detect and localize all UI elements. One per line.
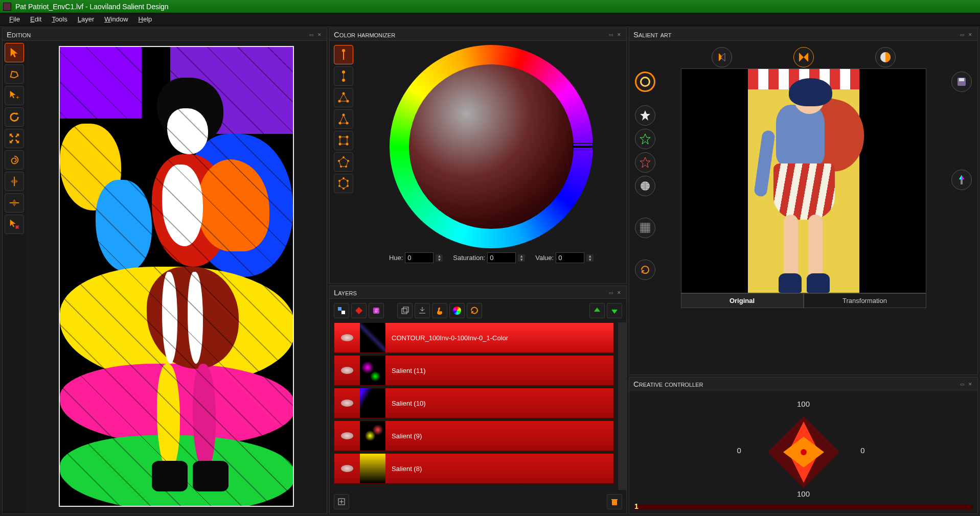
menu-file[interactable]: File xyxy=(4,14,25,25)
salient-mode-grid[interactable] xyxy=(635,218,655,238)
layer-row[interactable]: Salient (9) xyxy=(334,420,614,451)
layer-visibility-icon[interactable] xyxy=(334,432,360,439)
creative-slider-value[interactable]: 1 xyxy=(634,502,639,510)
layer-thumbnail xyxy=(360,323,385,353)
svg-point-26 xyxy=(338,180,340,182)
salient-refresh[interactable] xyxy=(635,260,655,280)
salient-top-1[interactable] xyxy=(712,47,732,67)
tool-rotate[interactable] xyxy=(5,107,24,127)
layers-btn-refresh[interactable] xyxy=(467,303,482,318)
menu-layer[interactable]: Layer xyxy=(73,14,100,25)
menu-window[interactable]: Window xyxy=(99,14,133,25)
hue-input[interactable] xyxy=(405,252,434,263)
scheme-split[interactable] xyxy=(334,109,353,129)
layers-move-down[interactable] xyxy=(607,303,622,318)
svg-point-23 xyxy=(347,185,349,187)
menubar: File Edit Tools Layer Window Help xyxy=(0,13,980,26)
tool-scale[interactable] xyxy=(5,129,24,148)
tab-original[interactable]: Original xyxy=(681,293,804,308)
tool-move[interactable] xyxy=(5,86,24,105)
svg-rect-31 xyxy=(402,309,407,314)
layer-visibility-icon[interactable] xyxy=(334,334,360,341)
value-label: Value: xyxy=(535,254,554,262)
svg-point-16 xyxy=(343,156,345,158)
layers-btn-1[interactable] xyxy=(334,303,349,318)
panel-controls[interactable]: ▭ ✕ xyxy=(960,382,973,387)
layers-btn-flame[interactable] xyxy=(432,303,447,318)
layers-btn-duplicate[interactable] xyxy=(397,303,413,318)
scheme-pentagon[interactable] xyxy=(334,152,353,172)
layers-btn-2[interactable] xyxy=(351,303,367,318)
salient-mode-star3[interactable] xyxy=(635,152,655,173)
panel-controls[interactable]: ▭ ✕ xyxy=(609,32,622,37)
svg-point-42 xyxy=(801,449,807,455)
layer-visibility-icon[interactable] xyxy=(334,367,360,374)
tool-flip-h[interactable] xyxy=(5,172,24,191)
svg-point-25 xyxy=(338,185,340,187)
layers-scrollbar[interactable] xyxy=(618,322,626,490)
salient-top-2[interactable] xyxy=(793,47,814,67)
tool-swirl[interactable] xyxy=(5,150,24,170)
saturation-input[interactable] xyxy=(487,252,516,263)
svg-point-20 xyxy=(338,160,340,162)
salient-mode-globe[interactable] xyxy=(635,176,655,196)
menu-tools[interactable]: Tools xyxy=(47,14,72,25)
salient-mode-star2[interactable] xyxy=(635,129,655,149)
scheme-square[interactable] xyxy=(334,131,353,150)
scheme-mono[interactable] xyxy=(334,45,353,64)
layer-thumbnail xyxy=(360,356,385,385)
tool-pointer[interactable] xyxy=(5,43,24,62)
layer-visibility-icon[interactable] xyxy=(334,400,360,407)
panel-controls[interactable]: ▭ ✕ xyxy=(960,32,973,37)
svg-point-18 xyxy=(345,166,347,168)
value-input[interactable] xyxy=(556,252,584,263)
svg-point-17 xyxy=(347,160,349,162)
creative-slider[interactable]: 1 xyxy=(634,504,972,509)
svg-rect-35 xyxy=(611,499,618,500)
layers-add[interactable] xyxy=(334,494,349,509)
layers-btn-3[interactable]: # xyxy=(369,303,384,318)
layer-row[interactable]: CONTOUR_100Inv-0-100Inv-0_1-Color xyxy=(334,322,614,353)
salient-top-3[interactable] xyxy=(875,47,896,67)
color-wheel[interactable] xyxy=(390,45,593,248)
tool-flip-v[interactable] xyxy=(5,193,24,213)
saturation-label: Saturation: xyxy=(453,254,485,262)
tool-pointer-delete[interactable] xyxy=(5,215,24,234)
salient-mode-star[interactable] xyxy=(635,105,655,126)
layers-move-up[interactable] xyxy=(589,303,605,318)
scheme-triadic[interactable] xyxy=(334,88,353,107)
panel-controls[interactable]: ▭ ✕ xyxy=(609,290,622,295)
layer-row[interactable]: Salient (8) xyxy=(334,453,614,484)
menu-edit[interactable]: Edit xyxy=(25,14,47,25)
panel-controls[interactable]: ▭ ✕ xyxy=(309,32,323,37)
window-title: Pat Patriot_EnvC1.lvf - Laoviland Salien… xyxy=(15,3,169,11)
svg-point-0 xyxy=(342,49,345,52)
creative-diamond[interactable] xyxy=(758,406,850,498)
app-icon xyxy=(3,3,11,11)
layers-btn-merge[interactable] xyxy=(415,303,430,318)
tool-polygon[interactable] xyxy=(5,64,24,84)
menu-help[interactable]: Help xyxy=(133,14,157,25)
hue-spinner[interactable]: ▲▼ xyxy=(436,254,443,262)
scheme-complementary[interactable] xyxy=(334,66,353,86)
layer-row[interactable]: Salient (10) xyxy=(334,388,614,418)
tab-transformation[interactable]: Transformation xyxy=(804,293,926,308)
svg-text:#: # xyxy=(375,308,378,314)
val-spinner[interactable]: ▲▼ xyxy=(586,254,594,262)
scheme-hexagon[interactable] xyxy=(334,174,353,193)
svg-rect-40 xyxy=(959,78,964,81)
layer-thumbnail xyxy=(360,454,385,483)
layer-visibility-icon[interactable] xyxy=(334,465,360,472)
edition-canvas[interactable] xyxy=(59,46,294,507)
layer-row[interactable]: Salient (11) xyxy=(334,355,614,386)
salient-mode-ring[interactable] xyxy=(635,72,655,92)
layers-btn-color[interactable] xyxy=(449,303,465,318)
sat-spinner[interactable]: ▲▼ xyxy=(518,254,525,262)
layers-delete[interactable] xyxy=(607,494,622,509)
svg-rect-34 xyxy=(612,500,617,505)
panel-title-creative: Creative controller xyxy=(633,380,703,388)
salient-preview[interactable] xyxy=(681,68,926,293)
salient-save[interactable] xyxy=(951,72,972,92)
salient-color-picker[interactable] xyxy=(951,170,972,190)
titlebar: Pat Patriot_EnvC1.lvf - Laoviland Salien… xyxy=(0,0,980,13)
